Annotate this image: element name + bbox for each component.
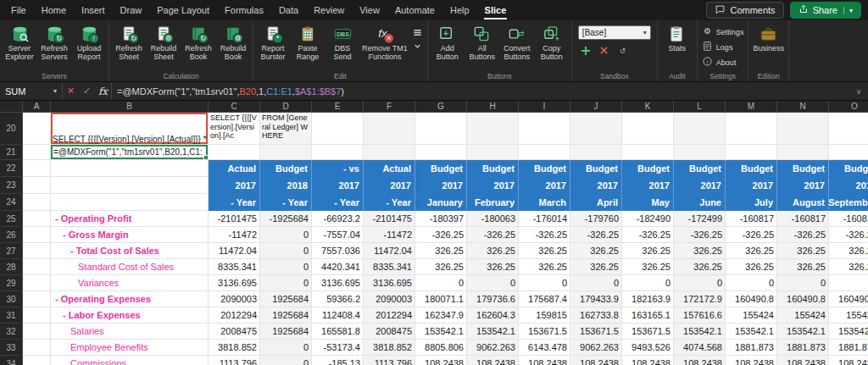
select-all-corner[interactable] <box>0 101 23 113</box>
column-header-J[interactable]: J <box>570 101 622 113</box>
cell-O27[interactable]: 326.25 <box>829 243 868 259</box>
tab-help[interactable]: Help <box>442 0 477 20</box>
cell-K21[interactable] <box>622 145 674 160</box>
row-header-30[interactable]: 30 <box>0 291 23 307</box>
cell-K20[interactable] <box>622 113 674 145</box>
column-header-A[interactable]: A <box>23 101 51 113</box>
cell-D25[interactable]: -1925684 <box>260 211 312 227</box>
cell-G34[interactable]: 108.2438 <box>415 356 467 365</box>
cell-D27[interactable]: 0 <box>260 243 312 259</box>
cell-C27[interactable]: 11472.04 <box>209 243 260 259</box>
share-dropdown-caret-icon[interactable]: ▾ <box>843 7 853 14</box>
cell-E34[interactable]: -185.13 <box>312 356 364 365</box>
formula-bar-expand-icon[interactable]: ∨ <box>849 82 868 100</box>
ribbon-button-paste-range[interactable]: PasteRange <box>291 22 325 63</box>
cell-J26[interactable]: -326.25 <box>570 227 622 243</box>
row-header-25[interactable]: 25 <box>0 211 23 227</box>
cell-B20[interactable]: SELECT {{{[Version].[Version].[Actual]}}… <box>51 113 209 145</box>
cell-D31[interactable]: 1925684 <box>260 307 312 324</box>
column-header-L[interactable]: L <box>674 101 726 113</box>
ribbon-button-convert-buttons[interactable]: ⇄ConvertButtons <box>500 22 534 63</box>
cell-N30[interactable]: 160490.8 <box>777 291 829 307</box>
cell-I33[interactable]: 6143.478 <box>519 340 570 356</box>
cell-H30[interactable]: 179736.6 <box>467 291 519 307</box>
column-header-N[interactable]: N <box>777 101 829 113</box>
cell-A33[interactable] <box>23 340 51 356</box>
cell-E24[interactable]: - Year <box>312 194 364 211</box>
cell-B23[interactable] <box>51 177 209 194</box>
cell-J33[interactable]: 9062.263 <box>570 340 622 356</box>
cell-K34[interactable]: 108.2438 <box>622 356 674 365</box>
tab-review[interactable]: Review <box>306 0 352 20</box>
column-header-B[interactable]: B <box>51 101 209 113</box>
insert-function-button[interactable]: fx <box>95 82 111 100</box>
row-header-31[interactable]: 31 <box>0 307 23 324</box>
name-box-caret-icon[interactable]: ▾ <box>53 87 57 95</box>
cell-O34[interactable]: 108.2438 <box>829 356 868 365</box>
cell-I30[interactable]: 175687.4 <box>519 291 570 307</box>
cell-F28[interactable]: 8335.341 <box>364 259 415 275</box>
cell-D21[interactable] <box>260 145 312 160</box>
cell-D34[interactable]: 0 <box>260 356 312 365</box>
row-header-32[interactable]: 32 <box>0 324 23 340</box>
cell-F27[interactable]: 11472.04 <box>364 243 415 259</box>
cell-H31[interactable]: 162604.3 <box>467 307 519 324</box>
cell-F25[interactable]: -2101475 <box>364 211 415 227</box>
cell-E26[interactable]: -7557.04 <box>312 227 364 243</box>
cell-D29[interactable]: 0 <box>260 275 312 291</box>
ribbon-button-dbs-send[interactable]: DBSDBSSend <box>326 22 359 63</box>
ribbon-item-logs[interactable]: Logs <box>702 41 744 53</box>
cell-M20[interactable] <box>726 113 777 145</box>
cell-I24[interactable]: March <box>519 194 570 211</box>
cell-C32[interactable]: 2008475 <box>209 324 260 340</box>
cell-N22[interactable]: Budget <box>777 160 829 177</box>
cell-J25[interactable]: -179760 <box>570 211 622 227</box>
cell-G28[interactable]: 326.25 <box>415 259 467 275</box>
cell-I22[interactable]: Budget <box>519 160 570 177</box>
cell-L25[interactable]: -172499 <box>674 211 726 227</box>
cell-H21[interactable] <box>467 145 519 160</box>
cell-C21[interactable] <box>209 145 260 160</box>
enter-button[interactable]: ✓ <box>79 82 95 100</box>
cell-F33[interactable]: 3818.852 <box>364 340 415 356</box>
cell-D28[interactable]: 0 <box>260 259 312 275</box>
cell-O23[interactable]: 2017 <box>829 177 868 194</box>
cell-K24[interactable]: May <box>622 194 674 211</box>
cell-E30[interactable]: 59366.2 <box>312 291 364 307</box>
column-header-O[interactable]: O <box>829 101 868 113</box>
cell-M22[interactable]: Budget <box>726 160 777 177</box>
cell-C22[interactable]: Actual <box>209 160 260 177</box>
cell-C29[interactable]: 3136.695 <box>209 275 260 291</box>
cell-L21[interactable] <box>674 145 726 160</box>
cell-O21[interactable] <box>829 145 868 160</box>
cell-G20[interactable] <box>415 113 467 145</box>
cell-M23[interactable]: 2017 <box>726 177 777 194</box>
cell-C33[interactable]: 3818.852 <box>209 340 260 356</box>
cell-F22[interactable]: Actual <box>364 160 415 177</box>
cell-N28[interactable]: 326.25 <box>777 259 829 275</box>
cell-A26[interactable] <box>23 227 51 243</box>
column-header-D[interactable]: D <box>260 101 312 113</box>
tab-page-layout[interactable]: Page Layout <box>149 0 217 20</box>
cell-M34[interactable]: 108.2438 <box>726 356 777 365</box>
cell-N21[interactable] <box>777 145 829 160</box>
cell-M27[interactable]: 326.25 <box>726 243 777 259</box>
cell-N32[interactable]: 153542.1 <box>777 324 829 340</box>
cell-O31[interactable]: 155424 <box>829 307 868 324</box>
cell-A24[interactable] <box>23 194 51 211</box>
ribbon-button-rebuild-book[interactable]: ⚙RebuildBook <box>216 22 250 63</box>
cell-O32[interactable]: 153542.1 <box>829 324 868 340</box>
cell-D22[interactable]: Budget <box>260 160 312 177</box>
cell-M25[interactable]: -160817 <box>726 211 777 227</box>
cell-F29[interactable]: 3136.695 <box>364 275 415 291</box>
column-header-M[interactable]: M <box>726 101 777 113</box>
cell-G33[interactable]: 8805.806 <box>415 340 467 356</box>
cell-J30[interactable]: 179433.9 <box>570 291 622 307</box>
cell-H27[interactable]: 326.25 <box>467 243 519 259</box>
column-header-E[interactable]: E <box>312 101 364 113</box>
cell-H34[interactable]: 108.2438 <box>467 356 519 365</box>
sandbox-add-icon[interactable] <box>581 46 591 56</box>
cell-M32[interactable]: 153542.1 <box>726 324 777 340</box>
cell-G30[interactable]: 180071.1 <box>415 291 467 307</box>
row-header-28[interactable]: 28 <box>0 259 23 275</box>
